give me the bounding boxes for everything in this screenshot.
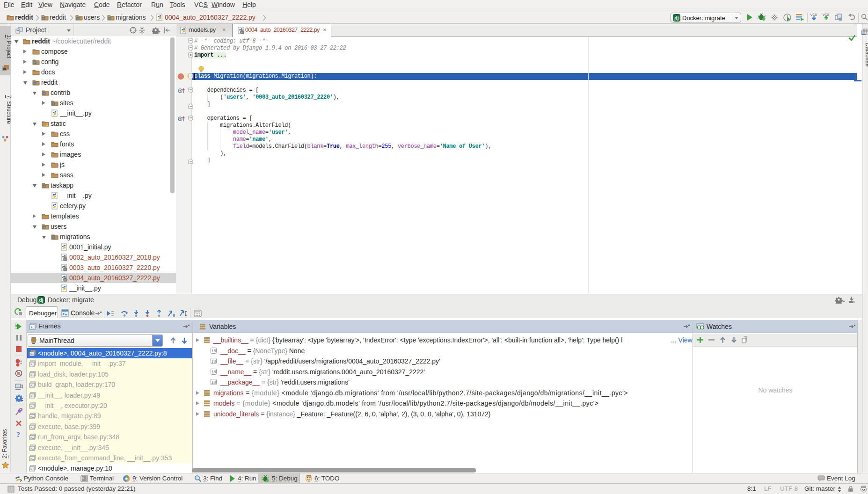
svg-text:VCS: VCS <box>810 13 817 16</box>
svg-text:18: 18 <box>211 370 216 374</box>
svg-text:?: ? <box>16 431 20 438</box>
svg-text:18: 18 <box>211 349 216 353</box>
svg-text:18: 18 <box>211 380 216 385</box>
svg-text:18: 18 <box>211 359 216 363</box>
